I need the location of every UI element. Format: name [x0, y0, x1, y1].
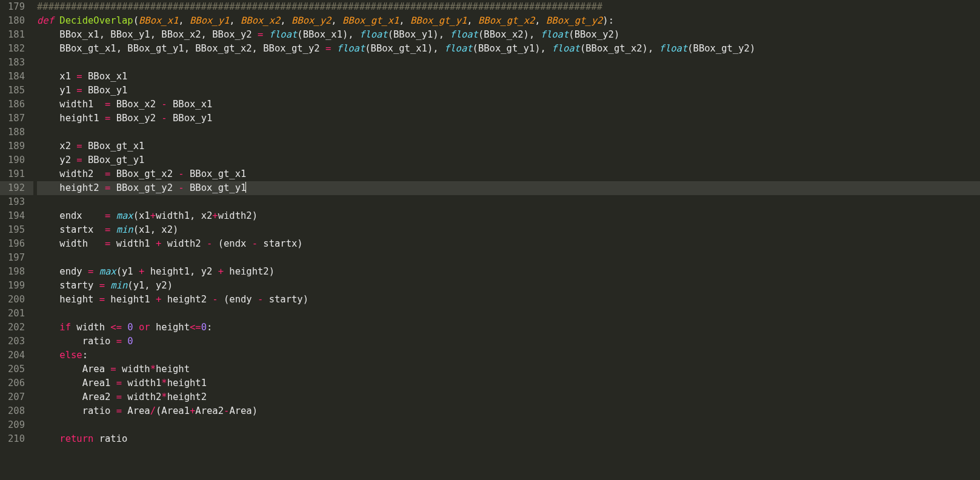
- code-token: =: [105, 99, 110, 110]
- code-line[interactable]: endy = max(y1 + height1, y2 + height2): [37, 265, 980, 279]
- code-area[interactable]: ########################################…: [33, 0, 980, 480]
- code-token: (y1, y2): [127, 280, 173, 291]
- code-token: width1: [122, 378, 161, 388]
- line-number: 187: [0, 112, 33, 125]
- code-line[interactable]: [37, 195, 980, 209]
- code-token: (endy: [218, 294, 258, 305]
- code-token: (BBox_gt_y2): [687, 43, 755, 54]
- code-token: width: [116, 364, 150, 375]
- line-number: 194: [0, 209, 33, 223]
- code-token: [54, 15, 59, 26]
- code-line[interactable]: height2 = BBox_gt_y2 - BBox_gt_y1: [37, 181, 980, 195]
- line-number: 208: [0, 404, 33, 418]
- code-token: width1: [110, 238, 156, 249]
- code-line[interactable]: BBox_gt_x1, BBox_gt_y1, BBox_gt_x2, BBox…: [37, 42, 980, 56]
- code-token: width2: [161, 238, 207, 249]
- code-line[interactable]: startx = min(x1, x2): [37, 223, 980, 237]
- code-token: y1: [37, 85, 76, 96]
- code-token: [122, 336, 127, 347]
- code-line[interactable]: def DecideOverlap(BBox_x1, BBox_y1, BBox…: [37, 14, 980, 28]
- line-number: 207: [0, 390, 33, 404]
- code-token: (BBox_gt_x2),: [580, 43, 659, 54]
- code-line[interactable]: else:: [37, 348, 980, 362]
- editor: 1791801811821831841851861871881891901911…: [0, 0, 980, 480]
- code-token: BBox_x1: [139, 15, 178, 26]
- code-line[interactable]: if width <= 0 or height<=0:: [37, 321, 980, 335]
- code-token: (x1: [133, 210, 150, 221]
- code-token: BBox_x1: [82, 71, 128, 82]
- code-token: BBox_y2: [110, 113, 161, 124]
- code-line[interactable]: y1 = BBox_y1: [37, 84, 980, 98]
- code-line[interactable]: [37, 418, 980, 432]
- line-number: 183: [0, 56, 33, 70]
- code-token: height2: [161, 294, 212, 305]
- code-token: or: [139, 322, 150, 333]
- code-line[interactable]: Area = width*height: [37, 362, 980, 376]
- line-number: 205: [0, 362, 33, 376]
- code-token: *: [161, 378, 167, 388]
- code-token: max: [99, 266, 116, 277]
- code-token: ,: [467, 15, 478, 26]
- code-line[interactable]: [37, 307, 980, 321]
- code-token: Area1: [37, 378, 116, 388]
- code-token: BBox_y1: [167, 113, 213, 124]
- code-line[interactable]: [37, 251, 980, 265]
- code-token: x2: [37, 141, 76, 152]
- code-token: =: [105, 238, 110, 249]
- code-token: =: [99, 294, 105, 305]
- code-line[interactable]: BBox_x1, BBox_y1, BBox_x2, BBox_y2 = flo…: [37, 28, 980, 42]
- code-line[interactable]: endx = max(x1+width1, x2+width2): [37, 209, 980, 223]
- code-token: :: [207, 322, 212, 333]
- code-line[interactable]: starty = min(y1, y2): [37, 279, 980, 293]
- code-line[interactable]: [37, 56, 980, 70]
- code-line[interactable]: y2 = BBox_gt_y1: [37, 153, 980, 167]
- code-token: endy: [37, 266, 88, 277]
- code-token: [37, 433, 59, 444]
- code-token: height1: [105, 294, 156, 305]
- code-token: def: [37, 15, 54, 26]
- line-number: 192: [0, 181, 33, 195]
- code-token: height1, y2: [144, 266, 218, 277]
- code-line[interactable]: x1 = BBox_x1: [37, 70, 980, 84]
- code-token: else: [59, 350, 82, 361]
- line-number: 201: [0, 307, 33, 321]
- code-token: width: [37, 238, 105, 249]
- code-line[interactable]: ########################################…: [37, 0, 980, 14]
- code-token: +: [156, 238, 161, 249]
- code-token: ,: [280, 15, 292, 26]
- code-line[interactable]: ratio = 0: [37, 335, 980, 348]
- code-token: Area): [229, 405, 258, 416]
- code-token: -: [212, 294, 218, 305]
- code-token: y2: [37, 155, 76, 165]
- code-line[interactable]: width = width1 + width2 - (endx - startx…: [37, 237, 980, 251]
- code-token: =: [76, 141, 82, 152]
- code-token: width: [71, 322, 110, 333]
- code-token: BBox_gt_x2: [110, 168, 178, 179]
- code-line[interactable]: return ratio: [37, 432, 980, 446]
- code-line[interactable]: height = height1 + height2 - (endy - sta…: [37, 293, 980, 307]
- code-token: -: [161, 113, 167, 124]
- code-line[interactable]: width1 = BBox_x2 - BBox_x1: [37, 98, 980, 112]
- code-token: (endx: [212, 238, 252, 249]
- code-line[interactable]: width2 = BBox_gt_x2 - BBox_gt_x1: [37, 167, 980, 181]
- code-token: height1: [37, 113, 105, 124]
- code-token: [37, 322, 59, 333]
- code-token: (BBox_x1),: [297, 29, 359, 40]
- code-line[interactable]: ratio = Area/(Area1+Area2-Area): [37, 404, 980, 418]
- code-token: height2): [224, 266, 275, 277]
- code-token: starty): [263, 294, 308, 305]
- code-line[interactable]: Area1 = width1*height1: [37, 376, 980, 390]
- code-line[interactable]: x2 = BBox_gt_x1: [37, 139, 980, 153]
- code-line[interactable]: height1 = BBox_y2 - BBox_y1: [37, 112, 980, 125]
- code-token: x1: [37, 71, 76, 82]
- code-token: =: [105, 224, 110, 235]
- code-token: startx): [258, 238, 303, 249]
- code-line[interactable]: [37, 125, 980, 139]
- code-line[interactable]: Area2 = width2*height2: [37, 390, 980, 404]
- code-token: (BBox_gt_y1),: [473, 43, 552, 54]
- code-token: width2): [218, 210, 258, 221]
- code-token: =: [76, 85, 82, 96]
- code-token: width2: [37, 168, 105, 179]
- code-token: BBox_x2: [110, 99, 161, 110]
- code-token: [263, 29, 268, 40]
